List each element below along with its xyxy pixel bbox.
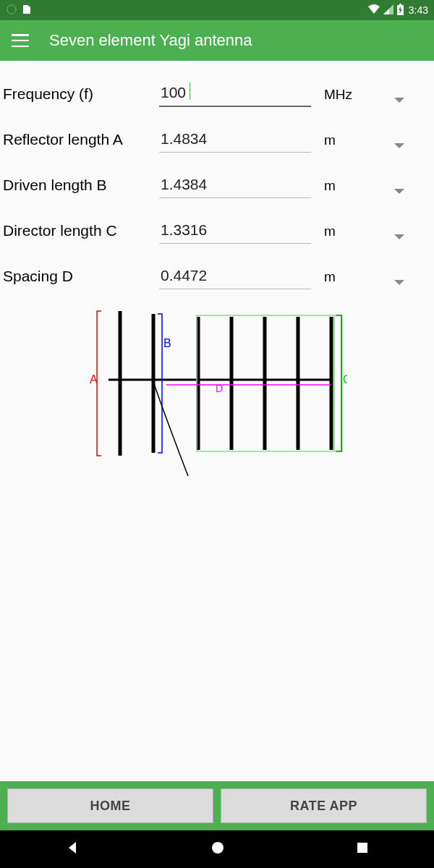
- chevron-down-icon: [394, 280, 404, 285]
- row-driven: Driven length B m: [3, 163, 431, 208]
- page-title: Seven element Yagi antenna: [49, 31, 252, 50]
- label-driven: Driven length B: [3, 176, 159, 198]
- sd-card-icon: [22, 4, 32, 17]
- label-director: Director length C: [3, 222, 159, 244]
- dropdown-director[interactable]: [383, 234, 415, 244]
- battery-icon: [396, 4, 404, 17]
- unit-frequency[interactable]: MHz: [311, 87, 383, 107]
- status-time: 3:43: [409, 4, 428, 16]
- row-spacing: Spacing D m: [3, 254, 431, 299]
- diagram-label-a: A: [90, 373, 98, 386]
- svg-point-0: [7, 5, 16, 14]
- dropdown-reflector[interactable]: [383, 143, 415, 153]
- unit-driven[interactable]: m: [311, 178, 383, 198]
- input-driven[interactable]: [159, 173, 311, 198]
- antenna-diagram: A B C D: [3, 304, 431, 485]
- label-reflector: Reflector length A: [3, 131, 159, 153]
- chevron-down-icon: [394, 143, 404, 148]
- input-director[interactable]: [159, 218, 311, 244]
- row-frequency: Frequency (f) MHz: [3, 71, 431, 117]
- row-director: Director length C m: [3, 208, 431, 254]
- chevron-down-icon: [394, 234, 404, 239]
- home-button[interactable]: HOME: [7, 788, 213, 823]
- label-spacing: Spacing D: [3, 268, 159, 289]
- dropdown-frequency[interactable]: [383, 98, 415, 107]
- diagram-label-d: D: [216, 383, 223, 394]
- text-cursor: [190, 82, 190, 100]
- back-icon[interactable]: [64, 840, 80, 859]
- circle-icon: [6, 4, 17, 17]
- row-reflector: Reflector length A m: [3, 117, 431, 163]
- unit-reflector[interactable]: m: [311, 132, 383, 153]
- unit-spacing[interactable]: m: [311, 269, 383, 289]
- signal-icon: [383, 4, 393, 17]
- app-bar: Seven element Yagi antenna: [0, 20, 434, 61]
- input-spacing[interactable]: [159, 264, 311, 289]
- svg-rect-2: [399, 4, 401, 5]
- main-content: Frequency (f) MHz Reflector length A m D…: [0, 61, 434, 781]
- menu-icon[interactable]: [12, 34, 29, 47]
- chevron-down-icon: [394, 98, 404, 103]
- label-frequency: Frequency (f): [3, 85, 159, 107]
- recent-icon[interactable]: [355, 841, 370, 858]
- svg-point-13: [212, 842, 224, 854]
- android-nav-bar: [0, 830, 434, 868]
- status-bar: 3:43: [0, 0, 434, 20]
- rate-app-button[interactable]: RATE APP: [221, 788, 427, 823]
- dropdown-driven[interactable]: [383, 189, 415, 198]
- input-reflector[interactable]: [159, 127, 311, 153]
- unit-director[interactable]: m: [311, 224, 383, 244]
- diagram-label-b: B: [163, 337, 171, 349]
- input-frequency[interactable]: [159, 81, 311, 107]
- wifi-icon: [367, 4, 380, 17]
- svg-rect-14: [357, 843, 367, 853]
- bottom-bar: HOME RATE APP: [0, 781, 434, 830]
- home-icon[interactable]: [210, 840, 226, 859]
- diagram-label-c: C: [343, 373, 347, 386]
- chevron-down-icon: [394, 189, 404, 194]
- dropdown-spacing[interactable]: [383, 280, 415, 289]
